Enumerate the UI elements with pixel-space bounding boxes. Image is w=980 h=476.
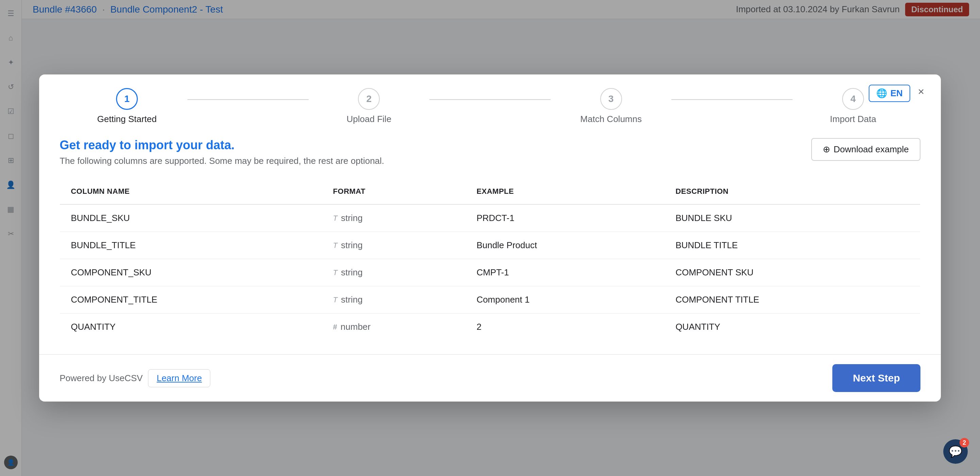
chat-icon: 💬	[949, 445, 962, 458]
format-type-label: number	[340, 322, 371, 332]
step-1-label: Getting Started	[97, 114, 157, 124]
step-3: 3 Match Columns	[550, 88, 672, 124]
cell-description: COMPONENT SKU	[665, 259, 920, 286]
cell-column-name: BUNDLE_TITLE	[60, 232, 322, 259]
format-type-icon: T	[333, 295, 337, 304]
cell-column-name: BUNDLE_SKU	[60, 204, 322, 232]
col-header-example: EXAMPLE	[466, 179, 665, 205]
cell-example: PRDCT-1	[466, 204, 665, 232]
download-icon: ⊕	[823, 144, 830, 155]
modal-body: Get ready to import your data. The follo…	[39, 131, 941, 354]
col-header-description: DESCRIPTION	[665, 179, 920, 205]
intro-section: Get ready to import your data. The follo…	[60, 138, 920, 166]
powered-by-text: Powered by UseCSV	[60, 373, 143, 384]
columns-table: COLUMN NAME FORMAT EXAMPLE DESCRIPTION B…	[60, 179, 920, 341]
step-1-circle: 1	[116, 88, 138, 110]
table-row: COMPONENT_TITLETstringComponent 1COMPONE…	[60, 286, 920, 314]
cell-example: CMPT-1	[466, 259, 665, 286]
table-row: QUANTITY#number2QUANTITY	[60, 314, 920, 341]
cell-format: Tstring	[322, 232, 466, 259]
format-type-icon: #	[333, 323, 337, 332]
chat-bubble[interactable]: 💬 2	[943, 439, 968, 464]
step-2-circle: 2	[358, 88, 380, 110]
col-header-name: COLUMN NAME	[60, 179, 322, 205]
col-header-format: FORMAT	[322, 179, 466, 205]
table-header-row: COLUMN NAME FORMAT EXAMPLE DESCRIPTION	[60, 179, 920, 205]
step-connector-3	[671, 99, 792, 100]
powered-by-section: Powered by UseCSV Learn More	[60, 369, 210, 387]
step-4: 4 Import Data	[792, 88, 914, 124]
table-row: BUNDLE_SKUTstringPRDCT-1BUNDLE SKU	[60, 204, 920, 232]
import-modal: × 🌐 EN 1 Getting Started 2 Upload File	[39, 75, 941, 401]
cell-description: BUNDLE SKU	[665, 204, 920, 232]
download-label: Download example	[834, 144, 909, 155]
modal-footer: Powered by UseCSV Learn More Next Step	[39, 354, 941, 401]
learn-more-button[interactable]: Learn More	[148, 369, 210, 387]
table-row: BUNDLE_TITLETstringBundle ProductBUNDLE …	[60, 232, 920, 259]
cell-column-name: COMPONENT_SKU	[60, 259, 322, 286]
cell-format: Tstring	[322, 204, 466, 232]
modal-heading: Get ready to import your data.	[60, 138, 384, 152]
cell-format: Tstring	[322, 259, 466, 286]
next-step-button[interactable]: Next Step	[832, 364, 920, 392]
step-3-label: Match Columns	[580, 114, 642, 124]
format-type-label: string	[341, 240, 363, 251]
step-2: 2 Upload File	[309, 88, 430, 124]
cell-description: BUNDLE TITLE	[665, 232, 920, 259]
step-3-circle: 3	[600, 88, 622, 110]
cell-format: #number	[322, 314, 466, 341]
cell-example: Component 1	[466, 286, 665, 314]
cell-description: COMPONENT TITLE	[665, 286, 920, 314]
format-type-label: string	[341, 294, 363, 305]
cell-column-name: QUANTITY	[60, 314, 322, 341]
step-connector-2	[430, 99, 550, 100]
format-type-label: string	[341, 267, 363, 278]
cell-column-name: COMPONENT_TITLE	[60, 286, 322, 314]
cell-format: Tstring	[322, 286, 466, 314]
step-4-circle: 4	[842, 88, 864, 110]
download-example-button[interactable]: ⊕ Download example	[811, 138, 920, 161]
step-4-label: Import Data	[830, 114, 876, 124]
intro-text: Get ready to import your data. The follo…	[60, 138, 384, 166]
format-type-icon: T	[333, 241, 337, 250]
modal-subheading: The following columns are supported. Som…	[60, 156, 384, 166]
modal-overlay: × 🌐 EN 1 Getting Started 2 Upload File	[0, 0, 980, 476]
format-type-icon: T	[333, 268, 337, 277]
table-row: COMPONENT_SKUTstringCMPT-1COMPONENT SKU	[60, 259, 920, 286]
format-type-icon: T	[333, 214, 337, 223]
stepper: 1 Getting Started 2 Upload File 3 Match …	[39, 75, 941, 131]
cell-example: 2	[466, 314, 665, 341]
step-connector-1	[188, 99, 309, 100]
format-type-label: string	[341, 213, 363, 224]
cell-example: Bundle Product	[466, 232, 665, 259]
cell-description: QUANTITY	[665, 314, 920, 341]
chat-badge: 2	[959, 438, 969, 447]
step-2-label: Upload File	[347, 114, 392, 124]
step-1: 1 Getting Started	[66, 88, 188, 124]
